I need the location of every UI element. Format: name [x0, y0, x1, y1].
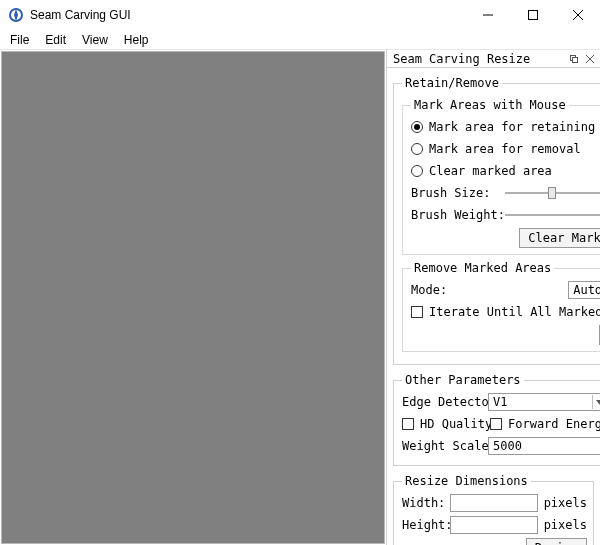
- maximize-button[interactable]: [510, 0, 555, 30]
- forward-energy-label: Forward Energy: [508, 417, 600, 431]
- brush-weight-slider[interactable]: [505, 207, 600, 223]
- menu-help[interactable]: Help: [116, 31, 157, 49]
- dock-title: Seam Carving Resize: [393, 52, 530, 66]
- dock-float-icon[interactable]: [566, 51, 582, 67]
- group-retain-remove-legend: Retain/Remove: [402, 76, 502, 90]
- weight-scale-value: 5000: [493, 439, 522, 453]
- width-unit: pixels: [544, 496, 587, 510]
- brush-size-label: Brush Size:: [411, 186, 497, 200]
- minimize-button[interactable]: [465, 0, 510, 30]
- edge-detector-select[interactable]: V1: [488, 393, 600, 411]
- titlebar: Seam Carving GUI: [0, 0, 600, 30]
- clear-marked-area-button[interactable]: Clear Marked Area: [519, 228, 600, 248]
- edge-detector-value: V1: [493, 395, 507, 409]
- chevron-down-icon: [592, 395, 600, 409]
- mode-select[interactable]: Automatic: [568, 281, 600, 299]
- radio-mark-retain-label: Mark area for retaining: [429, 120, 595, 134]
- close-button[interactable]: [555, 0, 600, 30]
- brush-weight-label: Brush Weight:: [411, 208, 497, 222]
- radio-mark-remove-label: Mark area for removal: [429, 142, 581, 156]
- height-label: Height:: [402, 518, 450, 532]
- group-other-parameters-legend: Other Parameters: [402, 373, 524, 387]
- width-input[interactable]: [450, 494, 538, 512]
- group-retain-remove: Retain/Remove Mark Areas with Mouse Mark…: [393, 76, 600, 365]
- radio-mark-retain[interactable]: [411, 121, 423, 133]
- hd-quality-checkbox[interactable]: [402, 418, 414, 430]
- edge-detector-label: Edge Detector:: [402, 395, 488, 409]
- iterate-checkbox[interactable]: [411, 306, 423, 318]
- menu-file[interactable]: File: [2, 31, 37, 49]
- width-label: Width:: [402, 496, 450, 510]
- group-mark-areas-legend: Mark Areas with Mouse: [411, 98, 569, 112]
- height-unit: pixels: [544, 518, 587, 532]
- app-icon: [8, 7, 24, 23]
- dock-close-icon[interactable]: [582, 51, 598, 67]
- image-canvas[interactable]: [1, 51, 385, 544]
- height-input[interactable]: [450, 516, 538, 534]
- hd-quality-label: HD Quality: [420, 417, 490, 431]
- svg-rect-6: [573, 57, 578, 62]
- group-resize-dimensions-legend: Resize Dimensions: [402, 474, 531, 488]
- dock-panel: Seam Carving Resize Retain/Remove Mark A…: [386, 50, 600, 545]
- group-other-parameters: Other Parameters Edge Detector: V1 HD Qu…: [393, 373, 600, 466]
- group-remove-marked: Remove Marked Areas Mode: Automatic: [402, 261, 600, 352]
- group-remove-marked-legend: Remove Marked Areas: [411, 261, 554, 275]
- svg-marker-10: [596, 400, 600, 405]
- weight-scale-input[interactable]: 5000: [488, 437, 600, 455]
- menubar: File Edit View Help: [0, 30, 600, 50]
- brush-size-slider[interactable]: [505, 185, 600, 201]
- radio-mark-remove[interactable]: [411, 143, 423, 155]
- radio-clear-area[interactable]: [411, 165, 423, 177]
- radio-clear-area-label: Clear marked area: [429, 164, 552, 178]
- svg-rect-2: [528, 11, 537, 20]
- group-mark-areas: Mark Areas with Mouse Mark area for reta…: [402, 98, 600, 255]
- forward-energy-checkbox[interactable]: [490, 418, 502, 430]
- menu-edit[interactable]: Edit: [37, 31, 74, 49]
- mode-label: Mode:: [411, 283, 447, 297]
- mode-select-value: Automatic: [573, 283, 600, 297]
- weight-scale-label: Weight Scale:: [402, 439, 488, 453]
- menu-view[interactable]: View: [74, 31, 116, 49]
- iterate-label: Iterate Until All Marked Removed: [429, 305, 600, 319]
- group-resize-dimensions: Resize Dimensions Width: pixels Height: …: [393, 474, 594, 545]
- resize-button[interactable]: Resize: [526, 538, 587, 545]
- window-title: Seam Carving GUI: [30, 8, 131, 22]
